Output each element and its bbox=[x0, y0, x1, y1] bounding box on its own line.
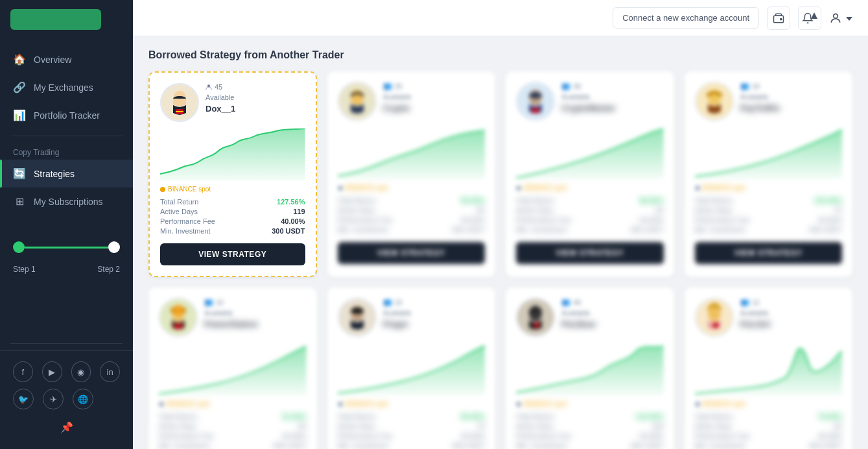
step2-label: Step 2 bbox=[97, 265, 120, 274]
svg-point-25 bbox=[172, 306, 185, 321]
svg-point-27 bbox=[173, 305, 183, 315]
svg-point-13 bbox=[351, 90, 364, 105]
sidebar: 🏠 Overview 🔗 My Exchanges 📊 Portfolio Tr… bbox=[0, 0, 133, 449]
svg-rect-38 bbox=[713, 322, 718, 328]
exchange-dot bbox=[160, 187, 165, 192]
svg-point-29 bbox=[339, 299, 375, 335]
svg-point-30 bbox=[351, 306, 364, 321]
svg-point-17 bbox=[529, 90, 542, 105]
instagram-icon[interactable]: ◉ bbox=[71, 361, 91, 382]
sidebar-logo bbox=[0, 0, 133, 39]
active-days-row: Active Days 119 bbox=[160, 208, 305, 215]
svg-marker-2 bbox=[811, 12, 817, 19]
bell-icon-button[interactable] bbox=[798, 6, 821, 30]
sidebar-item-portfolio-label: Portfolio Tracker bbox=[34, 110, 100, 121]
svg-point-31 bbox=[351, 308, 364, 314]
svg-point-14 bbox=[351, 92, 364, 99]
social-row-1: f ▶ ◉ in bbox=[13, 361, 120, 382]
logo bbox=[10, 9, 101, 30]
active-days-label: Active Days bbox=[160, 208, 198, 215]
subscriptions-icon: ⊞ bbox=[13, 195, 26, 208]
min-investment-row: Min. Investment 300 USDT bbox=[160, 227, 305, 235]
sidebar-item-strategies[interactable]: 🔄 Strategies bbox=[0, 160, 133, 188]
active-days-value: 119 bbox=[293, 208, 305, 215]
exchange-badge-featured: BINANCE spot bbox=[160, 186, 305, 193]
twitter-icon[interactable]: 🐦 bbox=[13, 389, 34, 409]
strategy-area: Borrowed Strategy from Another Trader bbox=[133, 36, 868, 449]
borrowed-label-text: Borrowed Strategy from Another Trader bbox=[148, 49, 344, 61]
portfolio-icon: 📊 bbox=[13, 109, 26, 121]
connect-exchange-button[interactable]: Connect a new exchange account bbox=[613, 7, 759, 29]
stats-table-featured: Total Return 127.56% Active Days 119 Per… bbox=[160, 198, 305, 235]
step1-label: Step 1 bbox=[13, 265, 36, 274]
svg-point-15 bbox=[351, 94, 364, 104]
performance-fee-row: Performance Fee 40.00% bbox=[160, 217, 305, 225]
sidebar-item-portfolio[interactable]: 📊 Portfolio Tracker bbox=[0, 101, 133, 129]
strategies-icon: 🔄 bbox=[13, 167, 26, 180]
sidebar-item-subscriptions[interactable]: ⊞ My Subscriptions bbox=[0, 188, 133, 215]
borrowed-label: Borrowed Strategy from Another Trader bbox=[148, 49, 852, 61]
sidebar-item-exchanges-label: My Exchanges bbox=[34, 82, 93, 93]
svg-point-23 bbox=[708, 94, 721, 104]
step-line bbox=[25, 247, 108, 249]
featured-strategy-card: 45 Available Dox__1 bbox=[148, 71, 317, 277]
nav-divider bbox=[10, 136, 123, 136]
sidebar-item-overview[interactable]: 🏠 Overview bbox=[0, 45, 133, 73]
strategy-card-4: 👥22 Available PowerStation BINANCE spot … bbox=[148, 287, 317, 449]
performance-fee-value: 40.00% bbox=[281, 217, 305, 225]
total-return-value: 127.56% bbox=[277, 198, 305, 206]
sidebar-item-overview-label: Overview bbox=[34, 55, 71, 65]
globe-icon[interactable]: 🌐 bbox=[73, 389, 93, 409]
step-track bbox=[13, 235, 120, 260]
pin-icon[interactable]: 📌 bbox=[13, 416, 120, 439]
svg-point-24 bbox=[160, 299, 196, 335]
view-strategy-button-featured[interactable]: VIEW STRATEGY bbox=[160, 243, 305, 265]
strategy-card-6: 👥40 Available PoLBear BINANCE spot Total… bbox=[506, 287, 674, 449]
wallet-icon-button[interactable] bbox=[767, 6, 790, 30]
step1-dot bbox=[13, 241, 25, 253]
min-investment-value: 300 USDT bbox=[272, 227, 305, 235]
available-count-featured: 45 bbox=[205, 83, 235, 91]
social-row-2: 🐦 ✈ 🌐 bbox=[13, 389, 120, 409]
svg-point-21 bbox=[708, 90, 721, 105]
svg-rect-19 bbox=[532, 108, 539, 113]
total-return-row: Total Return 127.56% bbox=[160, 198, 305, 206]
svg-point-34 bbox=[529, 308, 542, 314]
svg-rect-8 bbox=[173, 99, 186, 105]
svg-rect-35 bbox=[534, 322, 539, 328]
exchanges-icon: 🔗 bbox=[13, 81, 26, 93]
available-number: 45 bbox=[215, 83, 222, 91]
svg-point-32 bbox=[517, 299, 554, 335]
svg-point-22 bbox=[707, 91, 722, 98]
strategy-grid: 45 Available Dox__1 bbox=[148, 71, 852, 449]
svg-point-20 bbox=[696, 83, 733, 119]
strategy-card-2: 👥30 Available CryptoMaster BINANCE spot … bbox=[506, 71, 674, 277]
svg-rect-28 bbox=[174, 324, 182, 329]
nav-divider-2 bbox=[10, 343, 123, 344]
user-menu[interactable] bbox=[829, 12, 852, 25]
min-investment-label: Min. Investment bbox=[160, 227, 211, 235]
available-label: Available bbox=[205, 93, 235, 101]
telegram-icon[interactable]: ✈ bbox=[43, 389, 64, 409]
card-meta-featured: 45 Available Dox__1 bbox=[205, 83, 235, 114]
svg-point-1 bbox=[780, 18, 782, 19]
svg-point-26 bbox=[170, 306, 186, 314]
sidebar-item-exchanges[interactable]: 🔗 My Exchanges bbox=[0, 73, 133, 101]
strategy-card-7: 👥12 Available PoLGirl BINANCE spot Total… bbox=[685, 287, 853, 449]
svg-marker-4 bbox=[846, 17, 852, 21]
strategy-card-3: 👥18 Available PayToWin BINANCE spot Tota… bbox=[685, 71, 853, 277]
svg-point-12 bbox=[339, 83, 375, 119]
exchange-name: BINANCE spot bbox=[168, 186, 211, 193]
strategy-card-1: 👥25 Available Crypto BINANCE spot Total … bbox=[327, 71, 496, 277]
facebook-icon[interactable]: f bbox=[13, 361, 33, 382]
svg-point-33 bbox=[529, 306, 542, 321]
youtube-icon[interactable]: ▶ bbox=[42, 361, 62, 382]
linkedin-icon[interactable]: in bbox=[100, 361, 120, 382]
trader-avatar-featured bbox=[160, 83, 199, 122]
home-icon: 🏠 bbox=[13, 53, 26, 66]
total-return-label: Total Return bbox=[160, 198, 198, 206]
sidebar-item-strategies-label: Strategies bbox=[34, 169, 75, 179]
topbar: Connect a new exchange account bbox=[133, 0, 868, 36]
sidebar-item-subscriptions-label: My Subscriptions bbox=[34, 197, 103, 207]
main-content: Connect a new exchange account Borrowed … bbox=[133, 0, 868, 449]
